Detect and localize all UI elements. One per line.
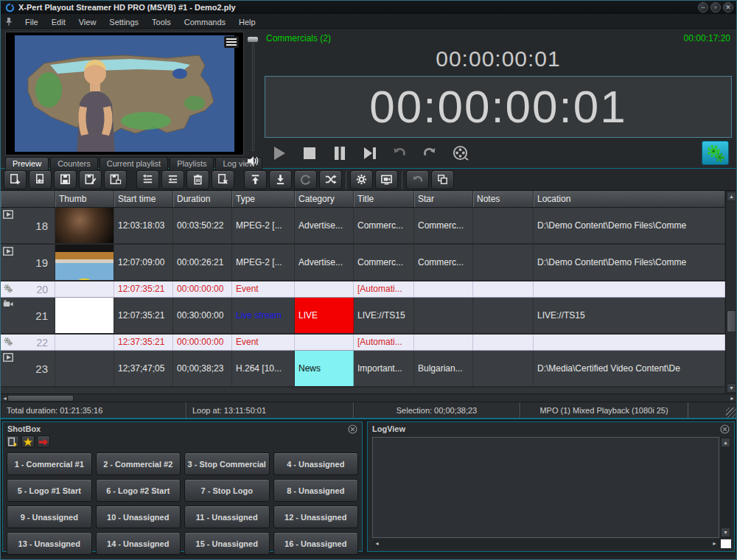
col-category[interactable]: Category (295, 191, 354, 207)
move-down-button[interactable] (269, 170, 292, 189)
shotbox-button-9[interactable]: 9 - Unassigned (7, 505, 92, 528)
scroll-up-icon[interactable]: ▲ (727, 192, 736, 201)
col-duration[interactable]: Duration (173, 191, 232, 207)
shotbox-button-6[interactable]: 6 - Logo #2 Start (96, 479, 181, 502)
shotbox-button-14[interactable]: 14 - Unassigned (96, 532, 181, 555)
minimize-button[interactable]: – (698, 2, 708, 13)
redo-icon[interactable] (422, 144, 439, 162)
log-scroll-up-icon[interactable]: ▲ (721, 438, 730, 447)
cell-star: Commerc... (414, 208, 473, 243)
shotbox-button-13[interactable]: 13 - Unassigned (7, 532, 92, 555)
log-output[interactable] (372, 437, 719, 538)
play-icon[interactable] (270, 144, 288, 162)
scroll-right-icon[interactable]: ► (729, 395, 736, 402)
skip-next-icon[interactable] (361, 144, 379, 162)
undo-button[interactable] (406, 170, 429, 189)
col-type[interactable]: Type (232, 191, 295, 207)
cue-gears-button[interactable] (702, 141, 729, 165)
stop-icon[interactable] (301, 144, 318, 162)
shotbox-button-11[interactable]: 11 - Unassigned (184, 505, 270, 528)
menu-item-commands[interactable]: Commands (178, 16, 232, 28)
shotbox-button-10[interactable]: 10 - Unassigned (96, 505, 181, 528)
capture-button[interactable] (375, 170, 398, 189)
shotbox-close-icon[interactable] (348, 424, 357, 434)
shotbox-button-8[interactable]: 8 - Unassigned (273, 479, 359, 502)
playlist-row[interactable]: 1812:03:18:0300:03:50:22MPEG-2 [...Adver… (1, 208, 725, 245)
tab-preview[interactable]: Preview (5, 157, 49, 170)
menu-item-edit[interactable]: Edit (45, 16, 72, 28)
open-playlist-button[interactable] (29, 170, 52, 189)
arrow-icon[interactable] (37, 435, 50, 448)
menu-item-view[interactable]: View (72, 16, 103, 28)
star-icon[interactable] (21, 435, 35, 448)
log-scroll-down-icon[interactable]: ▼ (721, 528, 730, 537)
speaker-icon[interactable] (247, 155, 259, 167)
save-playlist-button[interactable] (54, 170, 77, 189)
move-up-button[interactable] (244, 170, 267, 189)
log-vertical-scrollbar[interactable]: ▲ ▼ (721, 437, 731, 538)
playlist-row[interactable]: 1912:07:09:0000:00:26:21MPEG-2 [...Adver… (1, 245, 725, 281)
volume-slider-track[interactable] (252, 41, 254, 151)
log-scroll-left-icon[interactable]: ◄ (374, 540, 380, 547)
shotbox-button-2[interactable]: 2 - Commercial #2 (96, 452, 181, 475)
shotbox-button-16[interactable]: 16 - Unassigned (273, 532, 359, 555)
pause-icon[interactable] (331, 144, 349, 162)
close-button[interactable]: ✕ (723, 2, 733, 13)
scroll-down-icon[interactable]: ▼ (727, 383, 736, 393)
pin-icon[interactable] (5, 17, 13, 26)
log-horizontal-scrollbar[interactable]: ◄ ► (372, 539, 719, 548)
undo-icon[interactable] (391, 144, 409, 162)
cell-duration: 00:03:50:22 (173, 208, 232, 243)
secondary-timecode: 00:00:00:01 (262, 43, 735, 76)
col-start-time[interactable]: Start time (114, 191, 173, 207)
log-scroll-right-icon[interactable]: ► (711, 540, 718, 547)
menu-item-file[interactable]: File (18, 16, 45, 28)
new-playlist-button[interactable] (4, 170, 27, 189)
insert-top-button[interactable] (136, 170, 159, 189)
cell-star (414, 281, 473, 297)
menu-item-help[interactable]: Help (232, 16, 262, 28)
col-title[interactable]: Title (354, 191, 414, 207)
save-playlist-copy-button[interactable] (104, 170, 127, 189)
vertical-scrollbar[interactable]: ▲ ▼ (725, 191, 736, 393)
assign-icon[interactable] (6, 435, 19, 448)
settings-button[interactable] (350, 170, 373, 189)
playlist-row[interactable]: 2012:07:35:2100:00:00:00Event[Automati..… (1, 281, 725, 298)
tab-playlists[interactable]: Playlists (170, 157, 214, 170)
shotbox-button-7[interactable]: 7 - Stop Logo (184, 479, 270, 502)
col-rowicon[interactable] (1, 191, 55, 207)
media-icon[interactable] (452, 144, 469, 162)
col-thumb[interactable]: Thumb (55, 191, 114, 207)
menu-item-tools[interactable]: Tools (145, 16, 178, 28)
playlist-row[interactable]: 2312;37;47;0500;00;38;23H.264 [10...News… (1, 351, 725, 388)
shotbox-button-12[interactable]: 12 - Unassigned (273, 505, 359, 528)
delete-item-button[interactable] (186, 170, 209, 189)
playlist-row[interactable]: 2112:07:35:2100:30:00:00Live streamLIVEL… (1, 298, 725, 335)
shotbox-button-4[interactable]: 4 - Unassigned (273, 452, 359, 475)
horizontal-scrollbar[interactable]: ◄ ► (1, 393, 736, 402)
shotbox-button-5[interactable]: 5 - Logo #1 Start (7, 479, 92, 502)
shotbox-button-15[interactable]: 15 - Unassigned (184, 532, 270, 555)
save-playlist-as-button[interactable] (79, 170, 102, 189)
logview-close-icon[interactable] (720, 424, 730, 434)
loop-button[interactable] (294, 170, 317, 189)
col-notes[interactable]: Notes (473, 191, 534, 207)
tab-current-playlist[interactable]: Current playlist (99, 157, 168, 170)
insert-item-button[interactable] (161, 170, 184, 189)
remove-item-button[interactable] (212, 170, 234, 189)
shotbox-button-3[interactable]: 3 - Stop Commercial (184, 452, 270, 475)
volume-slider-handle[interactable] (247, 36, 259, 43)
preview-menu-icon[interactable] (224, 36, 239, 48)
resize-grip[interactable] (726, 407, 736, 418)
tab-counters[interactable]: Counters (50, 157, 98, 170)
horizontal-scroll-thumb[interactable] (7, 395, 74, 402)
duplicate-button[interactable] (431, 170, 454, 189)
shuffle-button[interactable] (319, 170, 342, 189)
col-star[interactable]: Star (414, 191, 473, 207)
menu-item-settings[interactable]: Settings (102, 16, 145, 28)
playlist-row[interactable]: 2212:37:35:2100:00:00:00Event[Automati..… (1, 335, 725, 351)
shotbox-button-1[interactable]: 1 - Commercial #1 (7, 452, 92, 475)
vertical-scroll-thumb[interactable] (727, 310, 736, 332)
maximize-button[interactable]: ▫ (710, 2, 721, 13)
col-location[interactable]: Location (534, 191, 725, 207)
